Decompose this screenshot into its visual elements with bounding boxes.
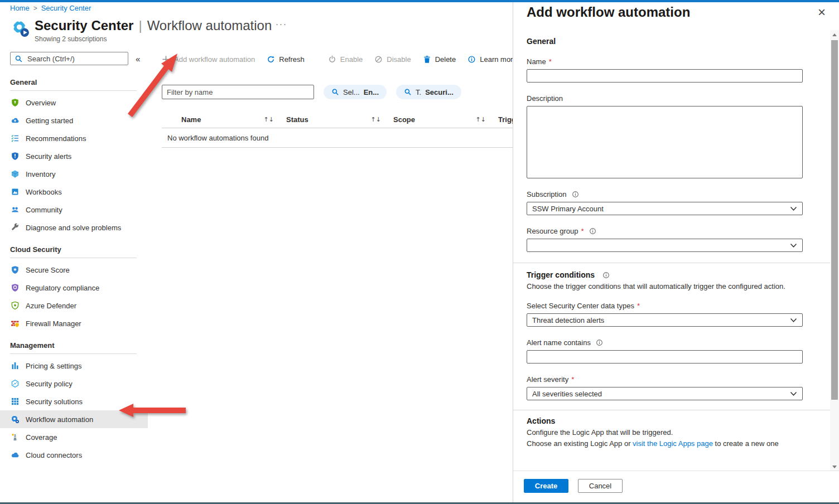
divider	[513, 263, 830, 263]
sidebar-item-security-policy[interactable]: Security policy	[0, 375, 148, 392]
power-icon	[328, 55, 336, 64]
cancel-button[interactable]: Cancel	[578, 479, 623, 493]
sidebar-item-pricing-settings[interactable]: Pricing & settings	[0, 357, 148, 375]
data-types-value: Threat detection alerts	[532, 316, 604, 324]
sidebar-item-security-solutions[interactable]: Security solutions	[0, 392, 148, 410]
refresh-button[interactable]: Refresh	[267, 55, 305, 64]
scrollbar-thumb[interactable]	[831, 40, 838, 400]
type-filter-pill[interactable]: T. Securi...	[396, 85, 461, 99]
sidebar-item-diagnose[interactable]: Diagnose and solve problems	[0, 219, 148, 236]
panel-body: General Name* Description Subscription S…	[513, 28, 830, 470]
sidebar-item-cloud-connectors[interactable]: Cloud connectors	[0, 446, 148, 464]
pill-value: Securi...	[425, 88, 454, 96]
cloud-up-icon	[10, 116, 20, 125]
description-textarea[interactable]	[527, 106, 803, 178]
sidebar-item-regulatory-compliance[interactable]: Regulatory compliance	[0, 279, 148, 297]
collapse-sidebar-icon[interactable]: «	[136, 54, 140, 64]
workflow-automations-table: Name ↑↓ Status ↑↓ Scope ↑↓ Trigg No work…	[162, 111, 513, 148]
page-title-separator: |	[138, 18, 142, 33]
alert-name-contains-input[interactable]	[527, 350, 803, 364]
subscription-dropdown[interactable]: SSW Primary Account	[527, 202, 803, 215]
delete-button[interactable]: Delete	[423, 55, 456, 64]
sidebar-item-label: Inventory	[26, 170, 55, 178]
alert-severity-dropdown[interactable]: All severities selected	[527, 387, 803, 400]
close-icon[interactable]: ×	[814, 4, 829, 20]
main-content: Add workflow automation Refresh Enable D…	[148, 52, 513, 148]
sidebar-item-coverage[interactable]: Coverage	[0, 428, 148, 446]
trigger-conditions-description: Choose the trigger conditions that will …	[527, 282, 804, 290]
required-asterisk: *	[581, 227, 584, 235]
sidebar-item-label: Security policy	[26, 380, 73, 388]
breadcrumb-home-link[interactable]: Home	[10, 4, 30, 12]
info-icon	[596, 339, 603, 346]
azure-security-center-page: Home > Security Center Security Center	[0, 0, 839, 504]
pill-prefix: Sel...	[343, 88, 360, 96]
actions-line2: Choose an existing Logic App or visit th…	[527, 439, 804, 448]
sidebar-item-label: Recommendations	[26, 134, 86, 143]
alert-severity-label: Alert severity*	[527, 375, 804, 384]
scrollbar-track[interactable]	[830, 39, 839, 462]
info-icon	[602, 272, 610, 279]
shield-overview-icon	[10, 98, 20, 107]
sidebar-section-general: General	[0, 73, 148, 90]
hexagon-icon	[10, 379, 20, 388]
search-icon	[404, 88, 412, 96]
sidebar-item-firewall-manager[interactable]: Firewall Manager	[0, 314, 148, 332]
sidebar-item-overview[interactable]: Overview	[0, 94, 148, 112]
learn-more-button[interactable]: Learn more	[467, 55, 517, 64]
divider	[10, 90, 137, 91]
general-section-heading: General	[527, 37, 804, 46]
sidebar-item-label: Security solutions	[26, 398, 83, 406]
sidebar-item-community[interactable]: Community	[0, 201, 148, 219]
sidebar-item-label: Diagnose and solve problems	[26, 224, 121, 232]
alert-name-contains-label: Alert name contains	[527, 338, 804, 347]
add-workflow-automation-button[interactable]: Add workflow automation	[162, 55, 255, 64]
column-header-name[interactable]: Name ↑↓	[181, 115, 286, 124]
panel-title: Add workflow automation	[527, 4, 690, 20]
trash-icon	[423, 55, 431, 64]
resource-group-label: Resource group*	[527, 227, 804, 235]
scroll-down-icon[interactable]	[830, 462, 839, 471]
disable-button[interactable]: Disable	[374, 55, 411, 64]
page-more-menu-icon[interactable]: ···	[276, 19, 287, 28]
column-header-trigger[interactable]: Trigg	[498, 115, 513, 124]
breadcrumb-security-center-link[interactable]: Security Center	[41, 4, 91, 12]
column-header-scope[interactable]: Scope ↑↓	[393, 115, 498, 124]
sidebar-item-getting-started[interactable]: Getting started	[0, 112, 148, 129]
sidebar-item-recommendations[interactable]: Recommendations	[0, 129, 148, 147]
create-button[interactable]: Create	[524, 479, 568, 493]
enable-button[interactable]: Enable	[328, 55, 363, 64]
column-header-status[interactable]: Status ↑↓	[286, 115, 393, 124]
search-input[interactable]	[26, 54, 124, 64]
scroll-up-icon[interactable]	[830, 30, 839, 39]
subscription-filter-pill[interactable]: Sel... En...	[324, 85, 387, 99]
cloud-icon	[10, 450, 20, 459]
shield-defender-icon	[10, 301, 20, 310]
sidebar-item-label: Security alerts	[26, 152, 71, 161]
sidebar-item-inventory[interactable]: Inventory	[0, 165, 148, 183]
security-center-gear-icon	[11, 19, 30, 38]
actions-line1: Configure the Logic App that will be tri…	[527, 428, 804, 437]
shield-compliance-icon	[10, 283, 20, 292]
name-input[interactable]	[527, 69, 803, 83]
sidebar-item-secure-score[interactable]: Secure Score	[0, 261, 148, 279]
filter-by-name-input[interactable]	[162, 85, 314, 99]
breadcrumb-separator-icon: >	[33, 4, 37, 12]
sort-icon: ↑↓	[264, 116, 274, 123]
resource-group-dropdown[interactable]	[527, 239, 803, 252]
panel-scrollbar[interactable]	[830, 30, 839, 471]
sidebar-item-workflow-automation[interactable]: Workflow automation	[0, 410, 148, 428]
sidebar-item-label: Pricing & settings	[26, 362, 81, 370]
logic-apps-page-link[interactable]: visit the Logic Apps page	[633, 439, 713, 448]
sidebar-item-workbooks[interactable]: Workbooks	[0, 183, 148, 201]
subscription-value: SSW Primary Account	[532, 205, 604, 213]
sidebar-item-security-alerts[interactable]: Security alerts	[0, 147, 148, 165]
sidebar-item-label: Community	[26, 206, 62, 214]
checklist-icon	[10, 134, 20, 143]
data-types-dropdown[interactable]: Threat detection alerts	[527, 313, 803, 327]
filter-bar: Sel... En... T. Securi...	[148, 85, 513, 99]
sidebar-item-azure-defender[interactable]: Azure Defender	[0, 297, 148, 314]
plus-icon	[162, 55, 170, 64]
divider	[10, 353, 137, 354]
grid-icon	[10, 397, 20, 406]
